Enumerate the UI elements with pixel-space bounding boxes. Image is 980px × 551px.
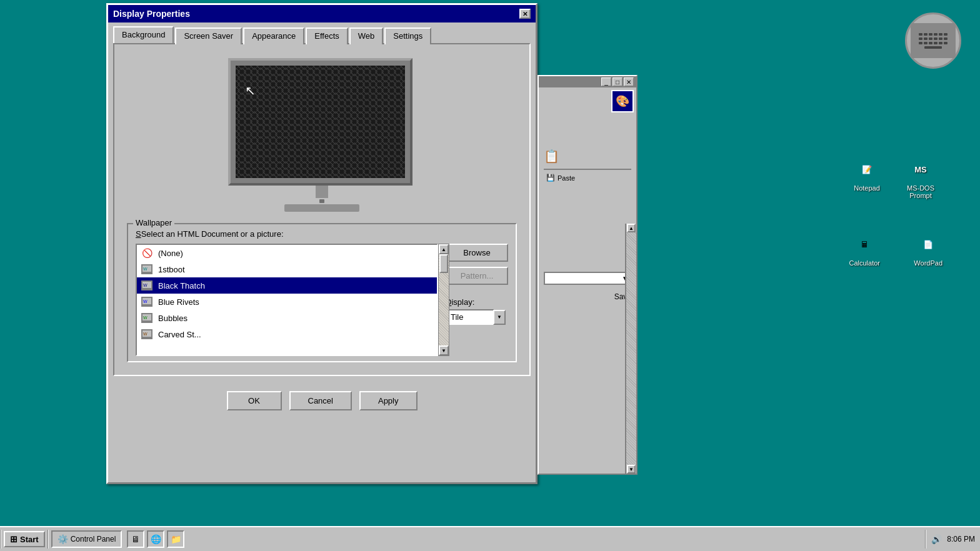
msdos-icon-label: MS-DOS Prompt [899, 184, 942, 199]
taskbar-right-divider [925, 530, 926, 549]
wallpaper-select-label: SSelect an HTML Document or a picture: [136, 229, 508, 239]
system-tray-icon-sound: 🔊 [931, 534, 942, 544]
tab-bar: Background Screen Saver Appearance Effec… [108, 22, 536, 43]
shortcut2-icon: 🌐 [151, 534, 161, 544]
taskbar-right: 🔊 8:06 PM [925, 530, 980, 549]
shortcut3-icon: 📁 [171, 534, 181, 544]
tab-web[interactable]: Web [349, 27, 384, 44]
tab-effects[interactable]: Effects [306, 27, 348, 44]
desktop: _ □ ✕ 🎨 📋 💾 Paste ▼ [0, 0, 980, 551]
bg-window-close[interactable]: ✕ [624, 77, 634, 86]
title-buttons: ✕ [519, 9, 531, 19]
cancel-button[interactable]: Cancel [289, 391, 352, 410]
scroll-track[interactable] [439, 254, 449, 345]
wallpaper-right-panel: Browse Pattern... Display: Tile ▼ [446, 244, 508, 325]
list-item-blue-rivets[interactable]: W Blue Rivets [137, 294, 437, 310]
monitor-stand [284, 204, 359, 212]
dialog-title: Display Properties [113, 9, 190, 19]
monitor-preview: ↖ [228, 58, 416, 212]
list-item-1stboot[interactable]: W 1stboot [137, 261, 437, 277]
notepad-icon-label: Notepad [854, 184, 880, 192]
taskbar-start-divider [48, 530, 49, 549]
mouse-cursor: ↖ [245, 84, 405, 97]
tab-screensaver[interactable]: Screen Saver [175, 27, 242, 44]
wallpaper-icon-1stboot: W [141, 263, 153, 276]
wallpaper-icon-blue-rivets: W [141, 295, 153, 308]
wallpaper-list-container: 🚫 (None) W 1stboot W [136, 244, 438, 356]
bg-window-maximize[interactable]: □ [612, 77, 622, 86]
taskbar-apps: ⚙️ Control Panel 🖥 🌐 📁 [51, 530, 185, 548]
display-label: Display: [446, 297, 508, 307]
bg-window-minimize[interactable]: _ [601, 77, 611, 86]
ok-button[interactable]: OK [227, 391, 282, 410]
windows-logo: ⊞ [10, 534, 18, 544]
wordpad-icon-img: 📄 [915, 231, 941, 257]
list-item-black-thatch[interactable]: W Black Thatch [137, 277, 437, 294]
taskbar-shortcut-1[interactable]: 🖥 [127, 530, 144, 548]
start-button[interactable]: ⊞ Start [4, 531, 45, 547]
monitor-screen-outer: ↖ [228, 58, 412, 186]
tab-background[interactable]: Background [113, 26, 174, 43]
taskbar-shortcut-3[interactable]: 📁 [167, 530, 184, 548]
display-section: Display: Tile ▼ [446, 297, 508, 325]
wallpaper-listbox[interactable]: 🚫 (None) W 1stboot W [136, 244, 438, 356]
wallpaper-list-area: 🚫 (None) W 1stboot W [136, 244, 508, 356]
desktop-icon-msdos[interactable]: MS MS-DOS Prompt [899, 156, 942, 199]
shortcut1-icon: 🖥 [131, 534, 140, 544]
calc-icon-img: 🖩 [851, 231, 878, 257]
desktop-icon-wordpad[interactable]: 📄 WordPad [914, 231, 942, 267]
tab-content: ↖ Wallpaper SSelect [113, 43, 531, 376]
taskbar: ⊞ Start ⚙️ Control Panel 🖥 🌐 📁 [0, 526, 980, 551]
scroll-down-btn[interactable]: ▼ [439, 345, 449, 355]
apply-button[interactable]: Apply [359, 391, 418, 410]
display-select-container: Tile ▼ [446, 309, 508, 325]
svg-text:W: W [143, 332, 148, 336]
wallpaper-group: Wallpaper SSelect an HTML Document or a … [127, 223, 517, 362]
desktop-icon-notepad[interactable]: 📝 Notepad [854, 156, 880, 192]
controlpanel-icon: ⚙️ [58, 534, 68, 544]
display-select-arrow[interactable]: ▼ [493, 310, 506, 325]
close-button[interactable]: ✕ [519, 9, 531, 19]
keyboard-circle-icon [905, 12, 961, 69]
monitor-screen: ↖ [236, 66, 405, 178]
svg-text:W: W [143, 299, 148, 304]
tab-appearance[interactable]: Appearance [243, 27, 304, 44]
wallpaper-scrollbar[interactable]: ▲ ▼ [438, 244, 449, 356]
taskbar-shortcut-2[interactable]: 🌐 [147, 530, 164, 548]
taskbar-time: 8:06 PM [947, 535, 975, 544]
calc-icon-label: Calculator [849, 259, 880, 267]
notepad-icon-img: 📝 [854, 156, 880, 182]
scroll-up-btn[interactable]: ▲ [439, 244, 449, 254]
taskbar-app-controlpanel[interactable]: ⚙️ Control Panel [51, 530, 122, 548]
svg-text:W: W [143, 315, 148, 320]
svg-text:W: W [143, 283, 148, 287]
wallpaper-group-label: Wallpaper [133, 218, 174, 227]
dialog-buttons: OK Cancel Apply [108, 381, 536, 420]
svg-text:W: W [143, 267, 148, 271]
monitor-base [228, 186, 416, 212]
monitor-neck [316, 186, 328, 198]
browse-button[interactable]: Browse [446, 244, 508, 262]
wordpad-icon-label: WordPad [914, 259, 942, 267]
wallpaper-icon-carved: W [141, 328, 153, 340]
display-properties-dialog: Display Properties ✕ Background Screen S… [106, 3, 538, 484]
none-icon: 🚫 [141, 247, 153, 259]
wallpaper-icon-bubbles: W [141, 312, 153, 324]
monitor-preview-container: ↖ [122, 52, 522, 218]
taskbar-left-divider [0, 530, 1, 549]
list-item-carved[interactable]: W Carved St... [137, 326, 437, 342]
background-window: _ □ ✕ 🎨 📋 💾 Paste ▼ [538, 75, 638, 475]
scroll-thumb[interactable] [439, 254, 448, 273]
display-select[interactable]: Tile [446, 309, 494, 325]
bg-window-titlebar: _ □ ✕ [539, 76, 636, 87]
pattern-button[interactable]: Pattern... [446, 267, 508, 285]
dialog-titlebar: Display Properties ✕ [108, 5, 536, 22]
wallpaper-icon-black-thatch: W [141, 279, 153, 292]
list-item-bubbles[interactable]: W Bubbles [137, 310, 437, 326]
list-item-none[interactable]: 🚫 (None) [137, 245, 437, 261]
tab-settings[interactable]: Settings [384, 27, 431, 44]
msdos-icon-img: MS [908, 156, 934, 182]
desktop-icon-calculator[interactable]: 🖩 Calculator [849, 231, 880, 267]
